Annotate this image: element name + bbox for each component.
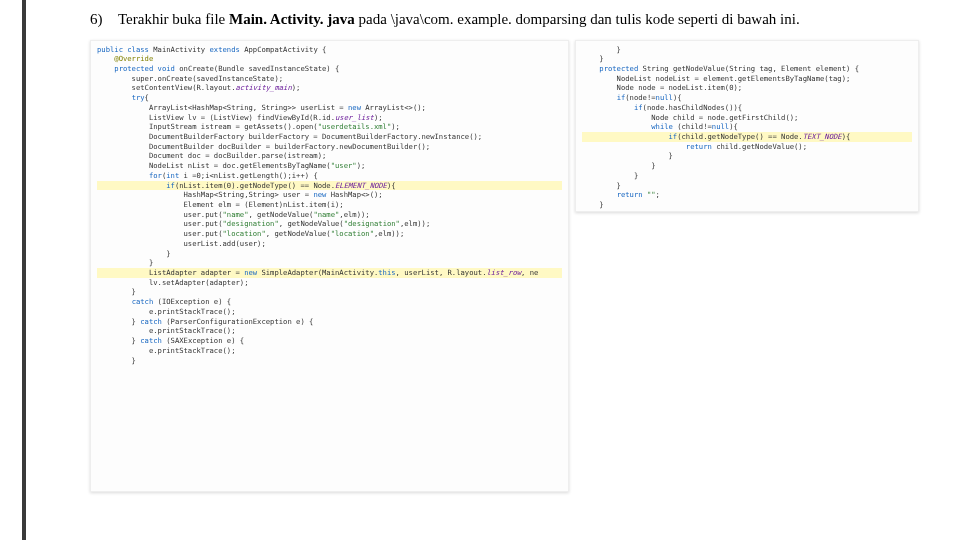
instruction-text: Terakhir buka file Main. Activity. java … — [118, 10, 920, 30]
slide-accent-bar — [22, 0, 26, 540]
code-block-left: public class MainActivity extends AppCom… — [90, 40, 569, 492]
instr-bold: Main. Activity. java — [229, 11, 355, 27]
instruction-item: 6) Terakhir buka file Main. Activity. ja… — [90, 10, 920, 30]
item-number: 6) — [90, 10, 118, 30]
content-area: 6) Terakhir buka file Main. Activity. ja… — [90, 10, 920, 492]
instr-part2: pada \java\com. example. domparsing dan … — [355, 11, 800, 27]
instr-part1: Terakhir buka file — [118, 11, 229, 27]
code-block-right: } } protected String getNodeValue(String… — [575, 40, 919, 212]
code-area: public class MainActivity extends AppCom… — [90, 40, 920, 492]
